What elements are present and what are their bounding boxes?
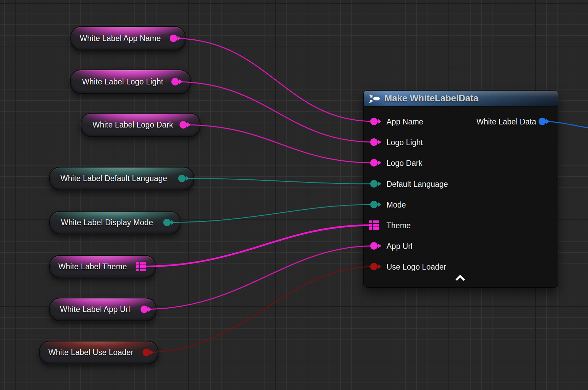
pin-label-use-logo-loader: Use Logo Loader xyxy=(386,262,446,272)
make-whitelabeldata-node[interactable]: Make WhiteLabelData App Name White Label… xyxy=(363,91,558,288)
pin-out-display-mode-enum[interactable] xyxy=(163,219,171,226)
pin-in-logo-dark-string[interactable] xyxy=(370,159,378,167)
pin-label-theme: Theme xyxy=(386,221,411,230)
pin-in-theme-struct-grid-icon[interactable] xyxy=(369,220,379,231)
pin-out-logo-dark-string[interactable] xyxy=(180,121,187,129)
pin-in-logo-light-string[interactable] xyxy=(370,138,378,146)
pin-in-app-name-string[interactable] xyxy=(370,118,378,125)
pin-in-app-url-string[interactable] xyxy=(370,242,378,250)
pin-label-app-url: App Url xyxy=(386,242,413,251)
pin-out-theme-struct-grid-icon[interactable] xyxy=(136,261,147,272)
make-node-header[interactable]: Make WhiteLabelData xyxy=(364,91,558,106)
getter-node-white-label-use-loader[interactable]: White Label Use Loader xyxy=(39,341,159,364)
pin-out-app-name-string[interactable] xyxy=(170,35,177,42)
pin-out-white-label-data-struct[interactable] xyxy=(539,118,546,125)
blueprint-graph-canvas[interactable]: White Label App Name White Label Logo Li… xyxy=(0,0,588,390)
getter-label: White Label Use Loader xyxy=(48,348,133,357)
pin-label-mode: Mode xyxy=(386,200,406,210)
collapse-node-button[interactable] xyxy=(455,274,466,282)
getter-label: White Label App Url xyxy=(60,305,130,314)
pin-out-default-language-enum[interactable] xyxy=(178,175,186,182)
pin-out-logo-light-string[interactable] xyxy=(171,78,179,85)
getter-label: White Label App Name xyxy=(80,34,161,43)
getter-node-white-label-app-name[interactable]: White Label App Name xyxy=(70,26,186,51)
make-struct-icon xyxy=(368,93,380,104)
getter-label: White Label Logo Light xyxy=(82,77,163,86)
getter-label: White Label Logo Dark xyxy=(92,120,173,130)
pin-label-default-language: Default Language xyxy=(386,180,448,189)
getter-label: White Label Default Language xyxy=(60,174,167,183)
pin-label-logo-dark: Logo Dark xyxy=(386,159,422,168)
getter-node-white-label-default-language[interactable]: White Label Default Language xyxy=(49,167,194,190)
pin-in-mode-enum[interactable] xyxy=(370,201,378,208)
pin-label-logo-light: Logo Light xyxy=(386,138,423,147)
getter-label: White Label Display Mode xyxy=(61,218,153,227)
getter-label: White Label Theme xyxy=(58,262,127,271)
pin-in-use-logo-loader-bool[interactable] xyxy=(370,263,378,270)
pin-label-white-label-data: White Label Data xyxy=(477,117,536,126)
pin-in-default-language-enum[interactable] xyxy=(370,180,378,188)
getter-node-white-label-display-mode[interactable]: White Label Display Mode xyxy=(49,211,181,234)
pin-out-use-loader-bool[interactable] xyxy=(143,349,150,356)
pin-label-app-name: App Name xyxy=(386,117,423,126)
pin-out-app-url-string[interactable] xyxy=(141,306,148,313)
make-node-title: Make WhiteLabelData xyxy=(384,93,479,104)
